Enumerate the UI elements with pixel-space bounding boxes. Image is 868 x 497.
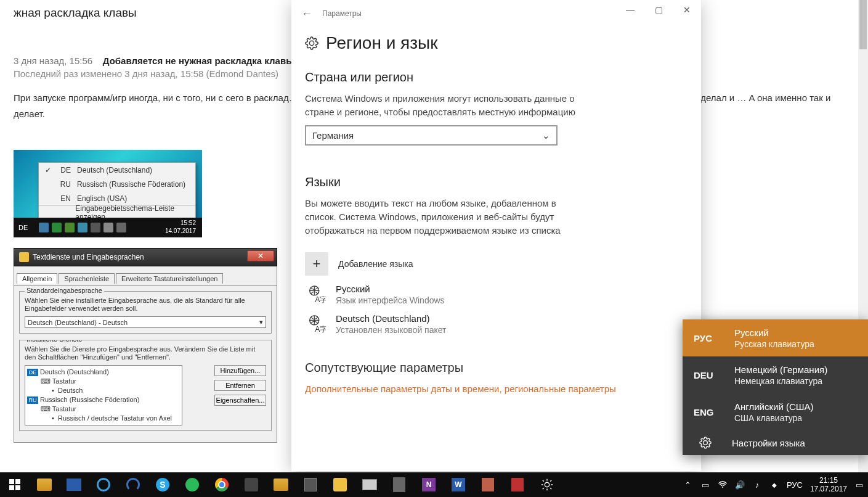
ime-settings-link[interactable]: Настройки языка (683, 430, 868, 455)
svg-rect-7 (15, 485, 20, 490)
taskbar-app[interactable] (384, 472, 414, 497)
close-button[interactable]: ✕ (247, 250, 274, 261)
region-heading: Страна или регион (305, 70, 688, 84)
tray-wifi-icon[interactable] (718, 480, 728, 490)
tray-language-indicator[interactable]: РУС (787, 480, 803, 490)
chevron-down-icon: ▾ (259, 318, 263, 326)
tray-clock[interactable]: 21:1517.07.2017 (810, 476, 847, 493)
svg-point-8 (722, 487, 723, 488)
related-link[interactable]: Дополнительные параметры даты и времени,… (305, 384, 688, 394)
post-time: 3 дня назад, 15:56 (14, 55, 92, 66)
svg-text:A字: A字 (315, 325, 326, 333)
group-default-lang: Standardeingabesprache Wählen Sie eine i… (19, 291, 272, 334)
tab-allgemein[interactable]: Allgemein (17, 273, 57, 284)
language-item-russian[interactable]: A字 Русский Язык интерфейса Windows (305, 279, 688, 309)
ime-item-rus[interactable]: РУС РусскийРусская клавиатура (683, 319, 868, 356)
related-heading: Сопутствующие параметры (305, 361, 688, 375)
language-menu: ✓DEDeutsch (Deutschland) ✓RURussisch (Ru… (38, 162, 196, 220)
start-button[interactable] (0, 472, 30, 497)
svg-rect-5 (15, 479, 20, 484)
dialog-tabs: Allgemein Sprachenleiste Erweiterte Tast… (14, 266, 277, 286)
group-legend: Standardeingabesprache (25, 287, 104, 294)
tray-music-icon[interactable]: ♪ (752, 480, 762, 490)
taskbar-app-calc[interactable] (296, 472, 325, 497)
taskbar-app[interactable] (355, 472, 384, 497)
group-desc: Wählen Sie eine installierte Eingabespra… (25, 297, 266, 313)
lang-menu-item-en[interactable]: ✓ENEnglisch (USA) (39, 191, 195, 205)
tray-app-icon[interactable]: ◆ (769, 480, 779, 490)
input-switcher-flyout: РУС РусскийРусская клавиатура DEU Немецк… (683, 319, 868, 455)
taskbar-app[interactable] (325, 472, 355, 497)
group-desc: Wählen Sie die Dienste pro Eingabesprach… (25, 345, 266, 361)
taskbar-app[interactable] (473, 472, 503, 497)
languages-desc: Вы можете вводить текст на любом языке, … (305, 197, 564, 237)
svg-rect-4 (9, 479, 14, 484)
close-button[interactable]: ✕ (673, 0, 701, 20)
language-glyph-icon: A字 (307, 285, 326, 303)
chevron-down-icon: ⌄ (542, 130, 550, 141)
region-select[interactable]: Германия ⌄ (305, 125, 558, 146)
settings-window: ← Параметры — ▢ ✕ Регион и язык Страна и… (291, 0, 701, 471)
group-legend: Installierte Dienste (25, 340, 84, 343)
taskbar-app-skype[interactable]: S (148, 472, 177, 497)
settings-titlebar[interactable]: ← Параметры — ▢ ✕ (291, 0, 701, 27)
taskbar-app-onenote[interactable]: N (414, 472, 444, 497)
svg-rect-6 (9, 485, 14, 490)
tray-notifications-icon[interactable]: ▭ (854, 480, 864, 490)
embedded-screenshot-dialog: Textdienste und Eingabesprachen ✕ Allgem… (14, 248, 277, 443)
back-button[interactable]: ← (291, 7, 322, 20)
language-item-deutsch[interactable]: A字 Deutsch (Deutschland) Установлен язык… (305, 309, 688, 339)
window-title: Параметры (322, 9, 362, 18)
taskbar-app[interactable] (59, 472, 89, 497)
lang-menu-item-de[interactable]: ✓DEDeutsch (Deutschland) (39, 163, 195, 177)
taskbar[interactable]: S N W ⌃ ▭ 🔊 ♪ ◆ РУС 21:1517.07.2017 ▭ (0, 472, 868, 497)
tray-chevron-icon[interactable]: ⌃ (683, 480, 693, 490)
taskbar-app-settings[interactable] (532, 472, 562, 497)
gear-icon (699, 437, 712, 449)
taskbar-app-pdf[interactable] (503, 472, 532, 497)
services-list[interactable]: DEDeutsch (Deutschland) ⌨ Tastatur • Deu… (25, 365, 182, 425)
taskbar-app[interactable] (237, 472, 266, 497)
taskbar-app-edge[interactable] (118, 472, 148, 497)
dialog-icon (19, 252, 29, 262)
ime-item-deu[interactable]: DEU Немецкий (Германия)Немецкая клавиату… (683, 356, 868, 393)
taskbar-app-whatsapp[interactable] (177, 472, 207, 497)
settings-heading: Регион и язык (305, 33, 688, 53)
taskbar-app-chrome[interactable] (207, 472, 237, 497)
default-lang-select[interactable]: Deutsch (Deutschland) - Deutsch▾ (25, 316, 266, 328)
gear-icon (305, 36, 318, 50)
system-tray: ⌃ ▭ 🔊 ♪ ◆ РУС 21:1517.07.2017 ▭ (683, 476, 864, 493)
region-desc: Система Windows и приложения могут испол… (305, 92, 576, 119)
embedded-taskbar: DE 15:5214.07.2017 (14, 218, 202, 237)
language-glyph-icon: A字 (307, 314, 326, 333)
group-installed-services: Installierte Dienste Wählen Sie die Dien… (19, 340, 272, 431)
add-button[interactable]: Hinzufügen... (214, 365, 266, 376)
lang-menu-item-ru[interactable]: ✓RURussisch (Russische Föderation) (39, 177, 195, 191)
minimize-button[interactable]: — (616, 0, 644, 20)
post-title: Добавляется не нужная раскладка клавы (103, 55, 294, 66)
tab-erweitert[interactable]: Erweiterte Tastatureinstellungen (116, 273, 223, 284)
taskbar-app-word[interactable]: W (444, 472, 473, 497)
taskbar-app[interactable] (266, 472, 296, 497)
svg-text:A字: A字 (315, 295, 326, 303)
maximize-button[interactable]: ▢ (644, 0, 673, 20)
plus-icon: + (305, 252, 328, 276)
taskbar-app-ie[interactable] (89, 472, 118, 497)
tray-battery-icon[interactable]: ▭ (700, 480, 710, 490)
remove-button[interactable]: Entfernen (214, 380, 266, 391)
dialog-title: Textdienste und Eingabesprachen (33, 253, 144, 261)
dialog-titlebar[interactable]: Textdienste und Eingabesprachen ✕ (14, 248, 277, 266)
tray-volume-icon[interactable]: 🔊 (735, 480, 745, 490)
languages-heading: Языки (305, 175, 688, 189)
taskbar-app[interactable] (30, 472, 59, 497)
tab-sprachenleiste[interactable]: Sprachenleiste (59, 273, 115, 284)
properties-button[interactable]: Eigenschaften... (214, 395, 266, 406)
task-lang-code: DE (18, 224, 28, 231)
embedded-screenshot-langbar: ✓DEDeutsch (Deutschland) ✓RURussisch (Ru… (14, 150, 202, 237)
ime-item-eng[interactable]: ENG Английский (США)США клавиатура (683, 393, 868, 430)
add-language-button[interactable]: + Добавление языка (305, 248, 688, 279)
